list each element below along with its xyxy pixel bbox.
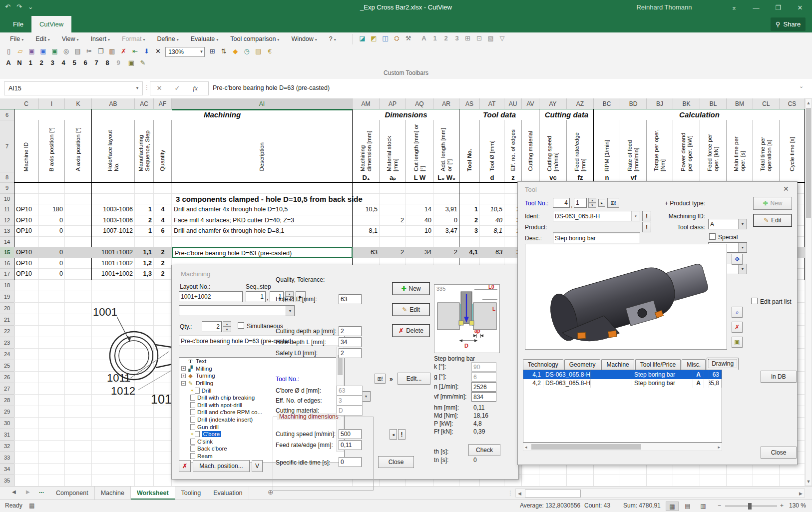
row-header-33[interactable]: 33 bbox=[0, 452, 14, 464]
expand-formula-bar-icon[interactable]: ⌄ bbox=[799, 83, 804, 89]
cell-AF11[interactable]: 4 bbox=[154, 204, 172, 215]
calculator-icon[interactable]: ⊞ bbox=[208, 47, 217, 56]
save-icon[interactable]: ▣ bbox=[27, 47, 36, 56]
row-header-15[interactable]: 15 bbox=[0, 247, 15, 258]
tool-new-button[interactable]: ✚New bbox=[753, 197, 792, 210]
cell-C11[interactable]: OP10 bbox=[14, 204, 39, 215]
fill-down-icon[interactable]: ⬇ bbox=[142, 47, 151, 56]
row-header-11[interactable]: 11 bbox=[0, 204, 14, 215]
tool-table-hscrollbar[interactable]: ◂ ▸ bbox=[523, 443, 722, 451]
cell-AC15[interactable]: 1,1 bbox=[135, 247, 154, 258]
column-header-BC[interactable]: BC bbox=[594, 98, 620, 109]
toolbar-level-8[interactable]: 8 bbox=[102, 58, 112, 67]
result-input[interactable]: 834 bbox=[471, 392, 496, 402]
mach-position-button[interactable]: Mach. position... bbox=[193, 460, 250, 472]
collapse-icon[interactable]: − bbox=[181, 381, 186, 386]
sheet-vscrollbar[interactable]: ▲▼ bbox=[805, 98, 812, 486]
menu-help[interactable]: ?▾ bbox=[323, 32, 342, 42]
column-header-BK[interactable]: BK bbox=[673, 98, 700, 109]
column-header-BL[interactable]: BL bbox=[700, 98, 727, 109]
cancel-icon[interactable]: ✕ bbox=[150, 82, 168, 95]
sheet-tab-evaluation[interactable]: Evaluation bbox=[207, 487, 249, 500]
column-header-AY[interactable]: AY bbox=[539, 98, 567, 109]
row-header-26[interactable]: 26 bbox=[0, 372, 14, 383]
column-header-AM[interactable]: AM bbox=[353, 98, 380, 109]
special-checkbox[interactable] bbox=[709, 233, 716, 240]
delete-view-icon[interactable]: ✗ bbox=[732, 322, 743, 333]
menu-define[interactable]: Define▾ bbox=[151, 32, 185, 42]
row-header-8[interactable]: 8 bbox=[0, 172, 14, 183]
row-header-23[interactable]: 23 bbox=[0, 337, 14, 349]
cell-AF15[interactable]: 2 bbox=[154, 247, 172, 258]
row-header-24[interactable]: 24 bbox=[0, 349, 14, 360]
qty-input[interactable]: 2 bbox=[202, 321, 222, 332]
zoom-out-icon[interactable]: − bbox=[718, 502, 721, 509]
zoom-slider-thumb[interactable] bbox=[748, 503, 752, 510]
column-header-BJ[interactable]: BJ bbox=[647, 98, 673, 109]
column-header-CL[interactable]: CL bbox=[753, 98, 780, 109]
ribbon-tab-cutview[interactable]: CutView bbox=[31, 16, 71, 32]
cell-AF12[interactable]: 4 bbox=[154, 215, 172, 226]
cell-AQ12[interactable]: 40 bbox=[406, 215, 433, 226]
toolbar-level-N[interactable]: N bbox=[14, 58, 24, 67]
sort-az-icon[interactable]: ⇅ bbox=[219, 47, 229, 56]
tool-pair-2-icon[interactable]: ◩ bbox=[369, 34, 379, 43]
save-small-icon[interactable]: ▣ bbox=[126, 58, 136, 67]
share-button[interactable]: ⚲Share bbox=[771, 17, 806, 31]
delete-position-button[interactable]: ✗ bbox=[179, 460, 191, 472]
sheet-nav-right-icon[interactable]: ▶ bbox=[26, 489, 30, 495]
cell-AT12[interactable]: 40 bbox=[480, 215, 504, 226]
cell-I17[interactable]: 0 bbox=[39, 269, 65, 280]
desc-input[interactable]: Step boring bar bbox=[553, 233, 640, 243]
sheet-tab-machine[interactable]: Machine bbox=[95, 487, 131, 500]
cell-AS13[interactable]: 3 bbox=[459, 226, 480, 237]
row-header-18[interactable]: 18 bbox=[0, 280, 14, 291]
column-header-AF[interactable]: AF bbox=[154, 98, 172, 109]
field-input[interactable]: 2 bbox=[339, 348, 362, 358]
filter-icon[interactable]: ▽ bbox=[497, 34, 507, 43]
sheet-overflow[interactable]: ... bbox=[39, 488, 44, 495]
row-header-14[interactable]: 14 bbox=[0, 237, 14, 248]
menu-insert[interactable]: Insert▾ bbox=[85, 32, 116, 42]
row-header-32[interactable]: 32 bbox=[0, 441, 14, 452]
maximize-icon[interactable]: ❐ bbox=[767, 0, 789, 16]
row-header-28[interactable]: 28 bbox=[0, 395, 14, 406]
cell-AF16[interactable]: 2 bbox=[154, 258, 172, 269]
column-header-AZ[interactable]: AZ bbox=[567, 98, 594, 109]
cell-I16[interactable]: 0 bbox=[39, 258, 65, 269]
toolbar-level-4[interactable]: 4 bbox=[58, 58, 68, 67]
seq-input[interactable]: 1 bbox=[246, 291, 266, 302]
column-header-AB[interactable]: AB bbox=[92, 98, 135, 109]
cell-AF13[interactable]: 6 bbox=[154, 226, 172, 237]
cell-AF17[interactable]: 2 bbox=[154, 269, 172, 280]
toolbar-level-5[interactable]: 5 bbox=[69, 58, 79, 67]
select-all-corner[interactable] bbox=[0, 98, 14, 110]
tree-item-drilling[interactable]: −✎Drilling bbox=[179, 380, 344, 387]
zoom-in-icon[interactable]: + bbox=[780, 502, 784, 509]
tool-no-spinner[interactable]: ▲▼ bbox=[588, 198, 596, 208]
toolbar-level-3[interactable]: 3 bbox=[47, 58, 57, 67]
layout-combo[interactable]: ▼ bbox=[179, 305, 295, 316]
field-input[interactable]: 0,11 bbox=[339, 440, 362, 450]
table-check-icon[interactable]: ⊡ bbox=[474, 34, 484, 43]
cell-AB15[interactable]: 1001+1002 bbox=[92, 247, 135, 258]
column-header-AS[interactable]: AS bbox=[459, 98, 480, 109]
sheet-tab-tooling[interactable]: Tooling bbox=[175, 487, 208, 500]
cell-C17[interactable]: OP10 bbox=[14, 269, 39, 280]
print-preview-icon[interactable]: ◎ bbox=[61, 47, 71, 56]
field-input[interactable]: 3 bbox=[337, 396, 363, 406]
tree-item-milling[interactable]: +▞Milling bbox=[179, 365, 344, 373]
sheet-hscrollbar[interactable]: ◀ ▶ bbox=[515, 489, 805, 498]
warning-icon[interactable]: ◆ bbox=[231, 47, 240, 56]
row-header-25[interactable]: 25 bbox=[0, 360, 14, 372]
qty-spinner[interactable]: ▲▼ bbox=[223, 321, 231, 332]
save-view-icon[interactable]: ▣ bbox=[732, 337, 743, 348]
cell-AR12[interactable]: 0 bbox=[433, 215, 459, 226]
tab-geometry[interactable]: Geometry bbox=[564, 359, 601, 370]
sheet-nav-left-icon[interactable]: ◀ bbox=[12, 489, 16, 495]
cell-AB17[interactable]: 1001+1002 bbox=[92, 269, 135, 280]
row-header-10[interactable]: 10 bbox=[0, 194, 14, 205]
cell-C16[interactable]: OP10 bbox=[14, 258, 39, 269]
macro-record-icon[interactable]: ▦ bbox=[29, 502, 34, 509]
expand-icon[interactable]: + bbox=[181, 374, 186, 378]
